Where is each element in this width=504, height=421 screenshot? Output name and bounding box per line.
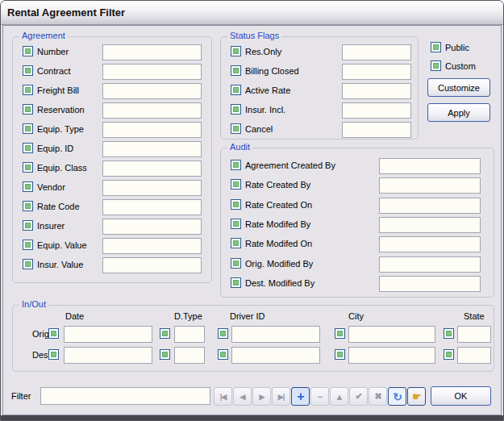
agreement-insur-value-input[interactable] — [102, 257, 202, 273]
nav-locate-button[interactable]: ☛ — [407, 387, 426, 406]
orig-state-checkbox[interactable] — [444, 328, 454, 339]
agreement-equip-id-checkbox[interactable] — [23, 143, 33, 153]
nav-cancel-button[interactable]: ✖ — [369, 387, 387, 406]
nav-insert-button[interactable]: + — [291, 387, 310, 406]
orig-driver-id-checkbox[interactable] — [218, 328, 228, 339]
field-row: Number — [13, 44, 213, 62]
checkbox-fill — [433, 63, 439, 69]
orig-date-input[interactable] — [64, 326, 152, 343]
agreement-number-checkbox[interactable] — [23, 46, 33, 56]
agreement-equip-value-input[interactable] — [102, 238, 202, 254]
agreement-reservation-checkbox[interactable] — [23, 104, 33, 115]
field-row: Orig. Modified By — [221, 256, 495, 274]
title-bar[interactable]: Rental Agreement Filter — [1, 1, 503, 25]
ok-button[interactable]: OK — [431, 386, 491, 406]
dest-state-checkbox[interactable] — [444, 349, 454, 360]
orig-dtype-checkbox[interactable] — [160, 328, 170, 339]
audit-orig-modified-by-checkbox[interactable] — [231, 258, 241, 269]
agreement-contract-checkbox[interactable] — [23, 65, 33, 76]
audit-rate-modifed-on-checkbox[interactable] — [231, 238, 241, 248]
audit-rate-created-on-checkbox[interactable] — [231, 199, 241, 210]
filter-input[interactable] — [40, 387, 210, 405]
custom-checkbox[interactable] — [431, 60, 441, 71]
agreement-rate-code-input[interactable] — [102, 199, 202, 215]
agreement-equip-type-input[interactable] — [102, 122, 202, 138]
agreement-rate-code-checkbox[interactable] — [23, 201, 33, 211]
filter-label: Filter — [11, 391, 31, 401]
agreement-contract-input[interactable] — [102, 64, 202, 80]
orig-city-checkbox[interactable] — [335, 328, 345, 339]
field-label: Equip. Value — [37, 240, 87, 250]
agreement-equip-class-input[interactable] — [102, 160, 202, 177]
status-billing-closed-checkbox[interactable] — [231, 65, 241, 76]
agreement-equip-value-checkbox[interactable] — [23, 240, 33, 250]
orig-date-checkbox[interactable] — [48, 328, 59, 339]
dest-city-input[interactable] — [348, 347, 435, 364]
public-checkbox[interactable] — [431, 42, 441, 52]
agreement-freight-bill-checkbox[interactable] — [23, 85, 33, 95]
audit-agreement-created-by-input[interactable] — [379, 158, 481, 174]
audit-rate-modifed-by-input[interactable] — [379, 217, 481, 233]
agreement-number-input[interactable] — [102, 44, 202, 60]
status-cancel-input[interactable] — [342, 122, 411, 138]
status-cancel-checkbox[interactable] — [231, 123, 241, 134]
nav-delete-button[interactable]: − — [310, 387, 329, 406]
checkbox-fill — [220, 352, 226, 357]
agreement-insurer-input[interactable] — [102, 219, 202, 235]
field-label: Rate Modifed On — [245, 239, 312, 248]
dest-dtype-checkbox[interactable] — [160, 349, 170, 360]
audit-dest-modified-by-checkbox[interactable] — [231, 277, 241, 288]
dest-city-checkbox[interactable] — [335, 349, 345, 360]
agreement-equip-type-checkbox[interactable] — [23, 123, 33, 134]
orig-state-input[interactable] — [457, 326, 491, 343]
audit-agreement-created-by-checkbox[interactable] — [231, 160, 241, 170]
agreement-vendor-checkbox[interactable] — [23, 181, 33, 192]
agreement-insur-value-checkbox[interactable] — [23, 259, 33, 269]
checkbox-fill — [25, 165, 31, 170]
agreement-reservation-input[interactable] — [102, 102, 202, 119]
nav-refresh-button[interactable]: ↻ — [388, 387, 406, 406]
apply-button[interactable]: Apply — [427, 103, 490, 122]
audit-rate-created-on-input[interactable] — [379, 198, 481, 214]
field-label: Active Rate — [245, 85, 290, 95]
status-billing-closed-input[interactable] — [342, 64, 411, 80]
audit-rate-created-by-input[interactable] — [379, 177, 481, 194]
orig-dtype-input[interactable] — [174, 326, 205, 343]
status-res-only-checkbox[interactable] — [231, 46, 241, 56]
agreement-vendor-input[interactable] — [102, 180, 202, 196]
minus-icon: − — [318, 392, 322, 402]
dest-state-input[interactable] — [457, 347, 491, 364]
agreement-freight-bill-input[interactable] — [102, 83, 202, 99]
dest-driver-id-input[interactable] — [231, 347, 320, 364]
customize-button[interactable]: Customize — [427, 78, 490, 97]
nav-edit-button[interactable]: ▲ — [330, 387, 348, 406]
agreement-insurer-checkbox[interactable] — [23, 220, 33, 231]
status-res-only-input[interactable] — [342, 44, 411, 60]
dest-dtype-input[interactable] — [174, 347, 205, 364]
nav-next-button[interactable]: ▶ — [252, 387, 271, 406]
orig-driver-id-input[interactable] — [231, 326, 320, 343]
dest-date-input[interactable] — [64, 347, 152, 364]
checkbox-fill — [51, 352, 56, 357]
status-insur-incl-checkbox[interactable] — [231, 104, 241, 115]
status-insur-incl-input[interactable] — [342, 102, 411, 119]
status-active-rate-input[interactable] — [342, 83, 411, 99]
audit-rate-created-by-checkbox[interactable] — [231, 179, 241, 190]
nav-post-button[interactable]: ✔ — [349, 387, 368, 406]
nav-last-button[interactable]: ▶| — [272, 387, 290, 406]
agreement-equip-class-checkbox[interactable] — [23, 162, 33, 173]
audit-dest-modified-by-input[interactable] — [379, 276, 481, 292]
dest-driver-id-checkbox[interactable] — [218, 349, 228, 360]
field-label: Vendor — [37, 182, 65, 192]
dest-date-checkbox[interactable] — [48, 349, 59, 360]
audit-rate-modifed-on-input[interactable] — [379, 236, 481, 252]
audit-orig-modified-by-input[interactable] — [379, 256, 481, 273]
field-row: Rate Modifed By — [221, 217, 495, 235]
agreement-equip-id-input[interactable] — [102, 141, 202, 157]
status-active-rate-checkbox[interactable] — [231, 85, 241, 95]
nav-first-button[interactable]: |◀ — [214, 387, 232, 406]
audit-rate-modifed-by-checkbox[interactable] — [231, 219, 241, 229]
field-label: Insurer — [37, 221, 65, 231]
nav-prior-button[interactable]: ◀ — [233, 387, 252, 406]
orig-city-input[interactable] — [348, 326, 435, 343]
